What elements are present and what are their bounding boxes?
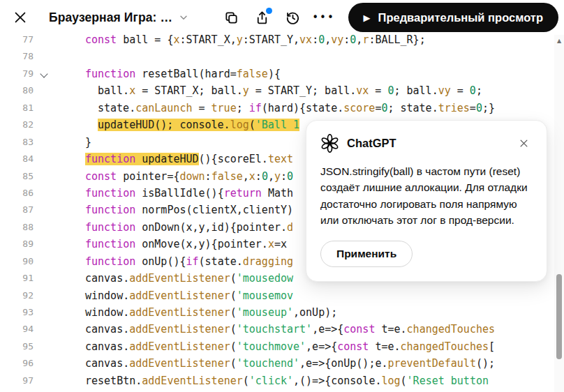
copy-icon bbox=[223, 10, 239, 26]
code-line[interactable]: 96canvas.addEventListener('touchend',e=>… bbox=[0, 355, 554, 372]
line-number: 85 bbox=[0, 168, 34, 185]
popup-header: ChatGPT bbox=[320, 134, 533, 153]
document-title: Браузерная Игра: … bbox=[49, 10, 172, 25]
line-number: 92 bbox=[0, 287, 34, 304]
history-icon bbox=[285, 10, 301, 26]
line-number: 96 bbox=[0, 355, 34, 372]
line-number: 87 bbox=[0, 202, 34, 218]
code-line[interactable]: 93window.addEventListener('mouseup',onUp… bbox=[0, 304, 554, 321]
line-number: 78 bbox=[0, 48, 34, 65]
fold-chevron-icon[interactable] bbox=[40, 71, 47, 77]
popup-suggestion-text: JSON.stringify(ball) в частом пути (rese… bbox=[320, 163, 533, 228]
play-icon: ▶ bbox=[364, 12, 371, 22]
code-line[interactable]: 79function resetBall(hard=false){ bbox=[0, 66, 554, 82]
line-number: 80 bbox=[0, 82, 34, 99]
line-number: 94 bbox=[0, 321, 34, 338]
preview-button[interactable]: ▶ Предварительный просмотр bbox=[348, 3, 558, 32]
line-number: 91 bbox=[0, 270, 34, 287]
line-number: 83 bbox=[0, 134, 34, 151]
chatgpt-suggestion-popup: ChatGPT JSON.stringify(ball) в частом пу… bbox=[306, 120, 547, 282]
chatgpt-logo-icon bbox=[320, 134, 339, 153]
popup-close-icon bbox=[519, 138, 529, 149]
line-number: 84 bbox=[0, 151, 34, 167]
document-title-menu[interactable]: Браузерная Игра: … bbox=[49, 10, 189, 25]
preview-button-label: Предварительный просмотр bbox=[378, 11, 543, 24]
line-number: 81 bbox=[0, 100, 34, 116]
popup-title: ChatGPT bbox=[347, 137, 396, 150]
share-button[interactable] bbox=[249, 4, 276, 31]
scrollbar[interactable]: ▲ bbox=[554, 35, 564, 392]
line-number: 89 bbox=[0, 236, 34, 252]
code-line[interactable]: 95canvas.addEventListener('touchmove',e=… bbox=[0, 338, 554, 355]
close-icon bbox=[13, 10, 28, 25]
line-number: 82 bbox=[0, 116, 34, 133]
code-line[interactable]: 97resetBtn.addEventListener('click',()=>… bbox=[0, 372, 554, 389]
code-line[interactable]: 80ball.x = START_X; ball.y = START_Y; ba… bbox=[0, 82, 554, 99]
header-actions: ••• ▶ Предварительный просмотр bbox=[218, 3, 558, 32]
code-line[interactable]: 94canvas.addEventListener('touchstart',e… bbox=[0, 321, 554, 338]
scrollbar-up-arrow-icon[interactable]: ▲ bbox=[554, 38, 564, 44]
line-number: 88 bbox=[0, 219, 34, 236]
more-options-button[interactable]: ••• bbox=[311, 4, 337, 31]
chevron-down-icon bbox=[178, 12, 189, 23]
canvas-window: 77const ball = {x:START_X,y:START_Y,vx:0… bbox=[0, 0, 564, 392]
line-number: 93 bbox=[0, 304, 34, 321]
line-number: 97 bbox=[0, 372, 34, 389]
code-line[interactable]: 78 bbox=[0, 48, 554, 65]
notification-dot bbox=[266, 8, 272, 14]
history-button[interactable] bbox=[280, 4, 306, 31]
ellipsis-icon: ••• bbox=[312, 11, 335, 24]
line-number: 95 bbox=[0, 338, 34, 355]
line-number: 79 bbox=[0, 66, 34, 82]
popup-close-button[interactable] bbox=[514, 135, 533, 153]
line-number: 90 bbox=[0, 253, 34, 270]
line-number: 86 bbox=[0, 185, 34, 202]
scrollbar-thumb[interactable] bbox=[556, 274, 562, 359]
close-button[interactable] bbox=[7, 4, 34, 31]
code-line[interactable]: 81state.canLaunch = true; if(hard){state… bbox=[0, 100, 554, 116]
code-line[interactable]: 92window.addEventListener('mousemov bbox=[0, 287, 554, 304]
header: Браузерная Игра: … ••• ▶ Предварительный… bbox=[0, 0, 564, 35]
apply-button[interactable]: Применить bbox=[320, 241, 413, 267]
copy-button[interactable] bbox=[218, 4, 245, 31]
